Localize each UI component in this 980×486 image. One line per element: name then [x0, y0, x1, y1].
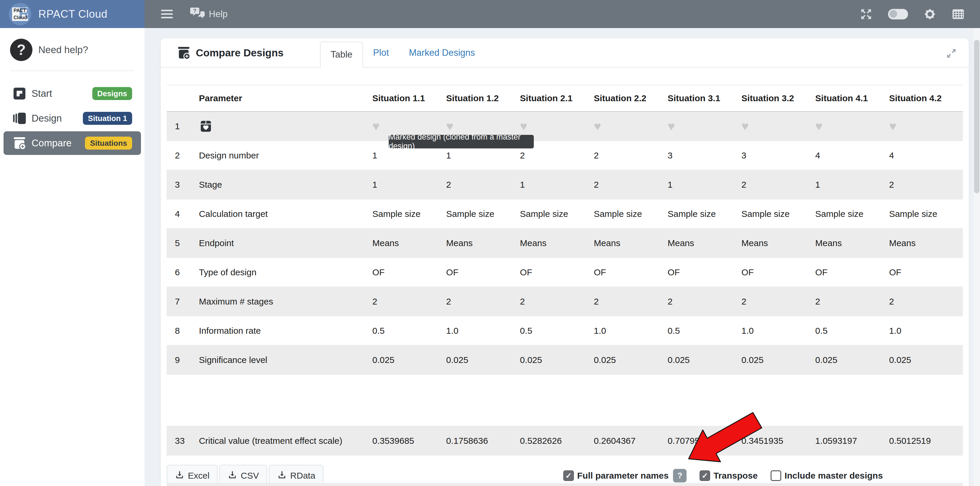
marked-design-icon: [199, 120, 372, 133]
parameter-value: Means: [446, 238, 520, 248]
parameter-value: Sample size: [372, 209, 446, 219]
parameter-value: 0.025: [372, 355, 446, 365]
column-header: Situation 1.2: [446, 93, 520, 103]
row-number: 9: [167, 355, 199, 365]
table-row-1: 1♥♥♥♥♥♥♥♥: [167, 112, 963, 141]
card-header: Compare Designs TablePlotMarked Designs: [161, 38, 969, 68]
card-title: Compare Designs: [196, 47, 284, 59]
heart-icon[interactable]: ♥: [815, 119, 822, 133]
parameter-value: Means: [741, 238, 815, 248]
column-header: Parameter: [199, 93, 372, 103]
table-row-9: 9Significance level0.0250.0250.0250.0250…: [167, 346, 963, 375]
heart-icon[interactable]: ♥: [520, 119, 527, 133]
row-number: 6: [167, 267, 199, 277]
page-scrollbar[interactable]: [974, 28, 980, 486]
compare-table: ParameterSituation 1.1Situation 1.2Situa…: [167, 85, 963, 456]
table-header-row: ParameterSituation 1.1Situation 1.2Situa…: [167, 85, 963, 112]
parameter-value: Sample size: [741, 209, 815, 219]
parameter-name: Significance level: [199, 355, 372, 365]
theme-toggle[interactable]: [888, 9, 908, 19]
sidebar-item-start[interactable]: Start Designs: [3, 82, 141, 105]
help-badge[interactable]: ?: [673, 469, 687, 483]
parameter-value: 0.5: [815, 326, 889, 336]
parameter-value: 0.025: [668, 355, 741, 365]
heart-icon[interactable]: ♥: [741, 119, 749, 133]
sidebar-item-compare[interactable]: Compare Situations: [3, 131, 141, 155]
fullscreen-icon[interactable]: [860, 8, 873, 21]
parameter-value: 2: [593, 296, 667, 307]
scrollbar-thumb[interactable]: [974, 40, 979, 193]
parameter-value: 4: [889, 150, 963, 161]
heart-icon[interactable]: ♥: [446, 119, 453, 133]
parameter-value: 0.7079573: [668, 436, 741, 446]
tab-marked-designs[interactable]: Marked Designs: [399, 38, 485, 67]
column-header: Situation 3.1: [668, 93, 741, 103]
parameter-value: 0.5282626: [520, 436, 593, 446]
row-number: 33: [167, 436, 199, 446]
parameter-value: 2: [741, 180, 815, 190]
table-row-6: 6Type of designOFOFOFOFOFOFOFOF: [167, 258, 963, 287]
rpact-logo[interactable]: R PACT Cloud: [9, 3, 31, 25]
parameter-value: Means: [372, 238, 446, 248]
checkbox-transpose[interactable]: ✓ Transpose: [700, 470, 757, 481]
parameter-name: Stage: [199, 180, 372, 190]
parameter-value: 0.025: [815, 355, 889, 365]
parameter-value: 1: [520, 180, 593, 190]
tab-table[interactable]: Table: [320, 41, 363, 68]
heart-icon[interactable]: ♥: [593, 119, 601, 133]
parameter-value: Sample size: [520, 209, 593, 219]
heart-icon[interactable]: ♥: [372, 119, 380, 133]
parameter-name: Type of design: [199, 267, 372, 277]
parameter-value: 1: [372, 180, 446, 190]
heart-icon[interactable]: ♥: [668, 119, 675, 133]
checkbox-include-master-designs[interactable]: Include master designs: [771, 470, 883, 481]
download-icon: [277, 470, 286, 481]
table-row-5: 5EndpointMeansMeansMeansMeansMeansMeansM…: [167, 229, 963, 258]
parameter-value: OF: [741, 267, 815, 277]
need-help-link[interactable]: ? Need help?: [0, 28, 145, 61]
parameter-value: 2: [889, 296, 963, 307]
screen: R PACT Cloud RPACT Cloud ? Help: [0, 0, 980, 486]
help-bubbles-icon: ?: [190, 7, 205, 21]
row-number: 8: [167, 326, 199, 336]
help-button[interactable]: ? Help: [190, 7, 228, 21]
sidebar-item-design[interactable]: Design Situation 1: [3, 107, 141, 130]
table-row-2: 2Design number11223344: [167, 141, 963, 170]
heart-icon[interactable]: ♥: [889, 119, 897, 133]
column-header: Situation 2.2: [593, 93, 667, 103]
parameter-value: Means: [815, 238, 889, 248]
hidden-rows-gap: [167, 375, 963, 426]
sidebar-divider: [10, 70, 134, 71]
parameter-value: 0.5: [668, 326, 741, 336]
sidebar: ? Need help? Start Designs Design Situat…: [0, 28, 145, 486]
parameter-value: 2: [593, 150, 667, 161]
parameter-value: Sample size: [446, 209, 520, 219]
parameter-value: 0.025: [741, 355, 815, 365]
checkbox-full-parameter-names[interactable]: ✓ Full parameter names ?: [563, 469, 687, 483]
tab-plot[interactable]: Plot: [363, 38, 399, 67]
card-body: ParameterSituation 1.1Situation 1.2Situa…: [161, 85, 969, 486]
badge-start: Designs: [92, 87, 132, 100]
parameter-value: 0.025: [889, 355, 963, 365]
parameter-value: OF: [889, 267, 963, 277]
parameter-value: 0.2604367: [593, 436, 667, 446]
parameter-value: 2: [372, 296, 446, 307]
parameter-value: Means: [889, 238, 963, 248]
parameter-value: OF: [372, 267, 446, 277]
expand-panel-icon[interactable]: [945, 47, 958, 60]
row-number: 5: [167, 238, 199, 248]
parameter-value: 0.5: [372, 326, 446, 336]
column-header: Situation 4.2: [889, 93, 963, 103]
parameter-value: OF: [446, 267, 520, 277]
next-section-edge: [167, 483, 963, 486]
grid-table-icon[interactable]: [952, 8, 965, 21]
parameter-value: OF: [668, 267, 741, 277]
settings-gear-icon[interactable]: [923, 8, 936, 21]
parameter-value: Means: [668, 238, 741, 248]
row-number: 7: [167, 296, 199, 307]
download-icon: [175, 470, 185, 481]
sidebar-collapse-icon[interactable]: [161, 8, 173, 20]
compare-icon: [177, 46, 191, 60]
parameter-value: 1.0: [889, 326, 963, 336]
parameter-name: Maximum # stages: [199, 296, 372, 307]
